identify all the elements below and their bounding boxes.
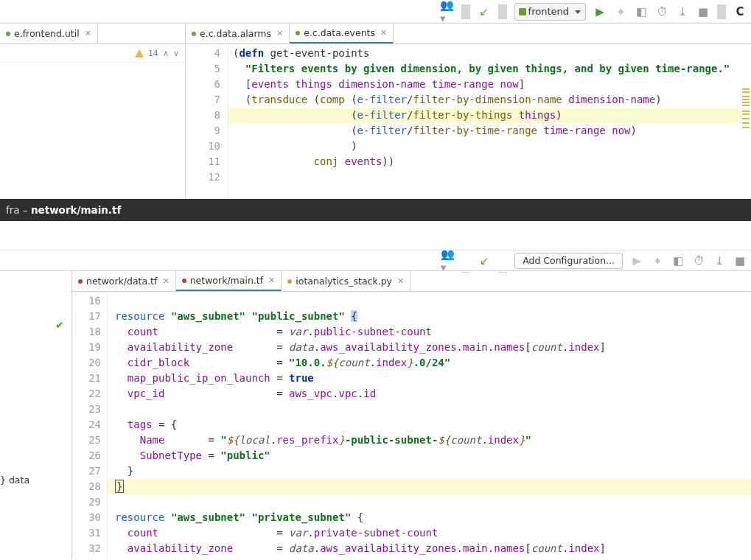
warning-icon: [135, 49, 144, 57]
bottom-left-gutter: ✔ } data: [0, 271, 72, 559]
bottom-ide-window: 👥▾ ↙ Add Configuration... ▶ ⌖ ◧ ⏱ ⤓ ■ ✔ …: [0, 221, 751, 559]
title-left-crop: fra –: [6, 204, 28, 216]
close-icon[interactable]: ✕: [397, 276, 404, 286]
coverage-icon[interactable]: ◧: [635, 5, 648, 18]
editor-tab[interactable]: network/data.tf ✕: [72, 271, 176, 291]
top-ide-window: 👥▾ ↙ frontend ▶ ⌖ ◧ ⏱ ⤓ ■ C e.frontend.u…: [0, 0, 751, 199]
users-icon[interactable]: 👥▾: [441, 5, 454, 18]
profile-icon[interactable]: ⏱: [655, 5, 668, 18]
profile-icon: ⏱: [692, 254, 705, 267]
clojure-file-icon: [296, 31, 300, 35]
top-left-editor: e.frontend.util ✕ 14 ∧ ∨: [0, 24, 186, 199]
top-toolbar: 👥▾ ↙ frontend ▶ ⌖ ◧ ⏱ ⤓ ■ C: [0, 0, 751, 24]
check-icon: ✔: [55, 319, 64, 331]
terraform-file-icon: [78, 279, 83, 284]
editor-tabs: network/data.tf ✕ network/main.tf ✕ iota…: [72, 271, 751, 292]
debug-icon: ⌖: [651, 254, 664, 267]
top-right-editor: e.c.data.alarms ✕ e.c.data.events ✕ 4567…: [186, 24, 751, 199]
editor-tab[interactable]: e.c.data.alarms ✕: [186, 24, 290, 43]
run-config-selector[interactable]: Add Configuration...: [514, 253, 623, 269]
left-file-tab[interactable]: e.frontend.util ✕: [0, 24, 98, 43]
clojure-file-icon: [6, 32, 10, 36]
window-title-bar: fra – network/main.tf: [0, 199, 751, 221]
attach-icon: ⤓: [713, 254, 726, 267]
code-editor[interactable]: 456789101112 (defn get-event-points "Fil…: [186, 44, 751, 199]
line-gutter: 456789101112: [186, 44, 228, 199]
close-icon[interactable]: ✕: [162, 276, 169, 286]
file-tab-label: network/main.tf: [190, 275, 263, 286]
terraform-file-icon: [182, 279, 186, 283]
editor-tab-active[interactable]: network/main.tf ✕: [176, 271, 282, 291]
line-gutter: 161718192021222324252627282930313233: [72, 292, 108, 559]
editor-tab-active[interactable]: e.c.data.events ✕: [290, 24, 394, 43]
run-config-selector[interactable]: frontend: [514, 3, 586, 21]
debug-icon[interactable]: ⌖: [614, 5, 627, 18]
coverage-icon: ◧: [671, 254, 685, 267]
code-content[interactable]: resource "aws_subnet" "public_subnet" { …: [108, 292, 751, 559]
code-content[interactable]: (defn get-event-points "Filters events b…: [228, 44, 751, 199]
editor-tabs: e.c.data.alarms ✕ e.c.data.events ✕: [186, 24, 751, 44]
close-icon[interactable]: ✕: [85, 29, 91, 38]
run-icon[interactable]: ▶: [593, 5, 607, 18]
attach-icon[interactable]: ⤓: [676, 5, 689, 18]
file-tab-label: network/data.tf: [86, 276, 157, 287]
close-icon[interactable]: ✕: [276, 29, 283, 38]
file-tab-label: iotanalytics_stack.py: [296, 276, 392, 287]
vcs-update-icon[interactable]: ↙: [478, 254, 491, 267]
clojure-file-icon: [192, 32, 196, 36]
cropped-text: } data: [0, 475, 29, 486]
warning-count: 14: [148, 49, 158, 58]
file-tab-label: e.c.data.events: [304, 27, 375, 38]
add-configuration-label: Add Configuration...: [523, 255, 615, 266]
close-icon[interactable]: ✕: [268, 276, 275, 285]
title-path: network/main.tf: [31, 204, 121, 216]
settings-char[interactable]: C: [733, 5, 747, 18]
inspection-bar: 14 ∧ ∨: [0, 44, 185, 63]
python-file-icon: [287, 279, 292, 284]
run-config-label: frontend: [528, 6, 569, 17]
editor-tab[interactable]: iotanalytics_stack.py ✕: [282, 271, 411, 291]
stop-icon: ■: [733, 254, 747, 267]
vcs-update-icon[interactable]: ↙: [478, 5, 491, 18]
chevron-down-icon: [575, 10, 581, 14]
close-icon[interactable]: ✕: [380, 28, 387, 38]
chevron-down-icon[interactable]: ∨: [173, 49, 179, 58]
file-tab-label: e.c.data.alarms: [200, 28, 271, 39]
file-tab-label: e.frontend.util: [14, 28, 80, 39]
code-editor[interactable]: 161718192021222324252627282930313233 res…: [72, 292, 751, 559]
chevron-up-icon[interactable]: ∧: [163, 49, 169, 58]
run-icon: ▶: [630, 254, 643, 267]
stop-icon[interactable]: ■: [696, 5, 710, 18]
bottom-toolbar: 👥▾ ↙ Add Configuration... ▶ ⌖ ◧ ⏱ ⤓ ■: [0, 251, 751, 271]
users-icon[interactable]: 👥▾: [441, 254, 454, 267]
